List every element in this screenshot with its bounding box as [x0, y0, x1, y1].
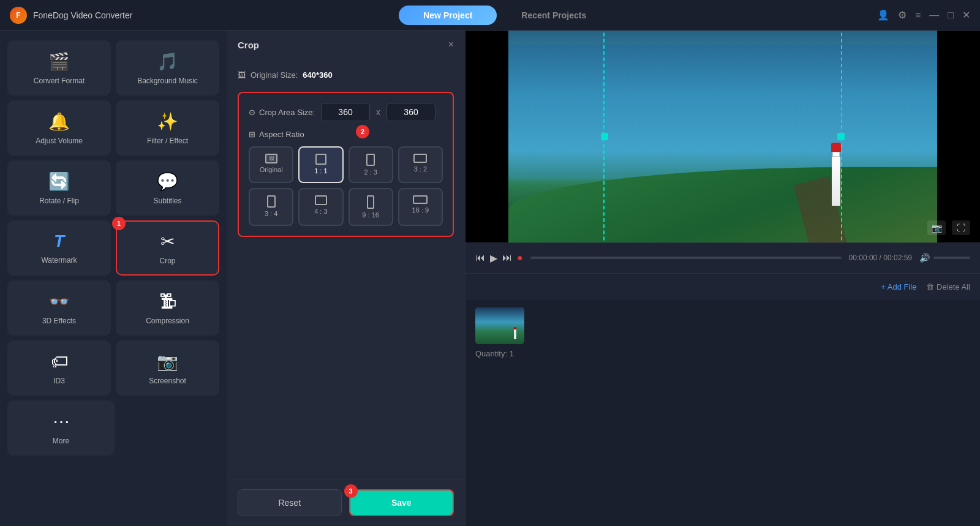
screenshot-preview-btn[interactable]: 📷 [927, 220, 946, 235]
rotate-flip-icon: 🔄 [48, 171, 70, 192]
filter-effect-label: Filter / Effect [147, 137, 188, 145]
volume-icon[interactable]: 🔊 [919, 253, 930, 263]
file-bar: + Add File 🗑 Delete All [466, 273, 980, 300]
aspect-btn-3-2[interactable]: 3 : 2 [398, 146, 443, 183]
sidebar: 🎬 Convert Format 🎵 Background Music 🔔 Ad… [0, 31, 227, 526]
more-label: More [53, 437, 69, 445]
crop-dialog-title: Crop [238, 40, 259, 50]
3d-effects-label: 3D Effects [42, 317, 76, 325]
crop-label: Crop [159, 257, 175, 265]
close-btn[interactable]: ✕ [962, 9, 970, 21]
crop-icon: ✂ [160, 231, 175, 252]
main-layout: 🎬 Convert Format 🎵 Background Music 🔔 Ad… [0, 31, 980, 526]
file-row [475, 307, 970, 344]
sidebar-item-watermark[interactable]: T Watermark [7, 220, 111, 276]
more-icon: ⋯ [53, 411, 70, 432]
file-list-area: Quantity: 1 [466, 300, 980, 527]
background-music-icon: 🎵 [157, 51, 178, 72]
crop-footer: Reset 3 Save [227, 479, 465, 526]
fullscreen-preview-btn[interactable]: ⛶ [952, 220, 970, 235]
aspect-btn-3-4[interactable]: 3 : 4 [249, 188, 293, 226]
crop-body: 🖼 Original Size: 640*360 ⊙ Crop Area Siz… [227, 59, 465, 479]
timeline-bar[interactable] [530, 257, 842, 259]
aspect-ratio-badge: 2 [356, 125, 369, 138]
watermark-icon: T [54, 231, 64, 251]
crop-area-row: ⊙ Crop Area Size: x [249, 103, 443, 121]
crop-area-box: ⊙ Crop Area Size: x ⊞ Aspect Ratio 2 [238, 92, 454, 237]
sidebar-item-3d-effects[interactable]: 👓 3D Effects [7, 280, 111, 336]
tab-recent-projects[interactable]: Recent Projects [497, 6, 611, 25]
crop-height-input[interactable] [386, 103, 435, 121]
app-logo: F [10, 7, 27, 24]
record-btn[interactable]: ● [517, 252, 523, 263]
crop-close-button[interactable]: × [448, 39, 454, 50]
adjust-volume-icon: 🔔 [48, 111, 70, 132]
aspect-btn-2-3[interactable]: 2 : 3 [349, 146, 393, 183]
sidebar-item-crop[interactable]: 1 ✂ Crop [116, 220, 219, 276]
aspect-btn-1-1[interactable]: 1 : 1 [298, 146, 343, 183]
screenshot-label: Screenshot [149, 377, 186, 385]
4-3-ar-icon [315, 195, 327, 205]
crop-area-icon: ⊙ [249, 108, 255, 117]
right-panel: ✓ 📷 ⛶ ⏮ ▶ ⏭ ● 00:00:00 / 00:02:59 [466, 31, 980, 526]
settings-icon[interactable]: ⚙ [898, 9, 907, 21]
delete-all-button[interactable]: 🗑 Delete All [926, 282, 970, 291]
aspect-btn-4-3[interactable]: 4 : 3 [298, 188, 343, 226]
id3-icon: 🏷 [51, 351, 68, 372]
titlebar-left: F FoneDog Video Converter [10, 7, 132, 24]
id3-label: ID3 [53, 377, 65, 385]
play-btn[interactable]: ▶ [490, 252, 497, 264]
compression-label: Compression [146, 317, 189, 325]
time-display: 00:00:00 / 00:02:59 [849, 254, 912, 262]
subtitles-label: Subtitles [153, 197, 181, 205]
aspect-ratio-title: ⊞ Aspect Ratio 2 [249, 130, 443, 139]
sidebar-item-rotate-flip[interactable]: 🔄 Rotate / Flip [7, 160, 111, 216]
sidebar-item-screenshot[interactable]: 📷 Screenshot [116, 340, 219, 396]
x-separator: x [376, 107, 380, 117]
skip-forward-btn[interactable]: ⏭ [502, 252, 512, 263]
crop-area-label: ⊙ Crop Area Size: [249, 108, 315, 117]
crop-header: Crop × [227, 31, 465, 59]
aspect-btn-9-16[interactable]: 9 : 16 [349, 188, 393, 226]
sidebar-item-adjust-volume[interactable]: 🔔 Adjust Volume [7, 100, 111, 156]
titlebar: F FoneDog Video Converter New Project Re… [0, 0, 980, 31]
add-file-button[interactable]: + Add File [881, 282, 916, 291]
play-controls: ⏮ ▶ ⏭ ● [475, 252, 523, 264]
sidebar-item-id3[interactable]: 🏷 ID3 [7, 340, 111, 396]
tab-new-project[interactable]: New Project [399, 6, 497, 25]
original-size-row: 🖼 Original Size: 640*360 [238, 70, 454, 80]
3d-effects-icon: 👓 [48, 291, 70, 312]
save-button[interactable]: 3 Save [349, 489, 454, 516]
screenshot-icon: 📷 [157, 351, 178, 372]
sidebar-item-compression[interactable]: 🗜 Compression [116, 280, 219, 336]
aspect-btn-original[interactable]: 🖼 Original [249, 146, 293, 183]
app-title: FoneDog Video Converter [33, 10, 132, 20]
1-1-ar-icon [315, 154, 326, 165]
maximize-btn[interactable]: □ [948, 10, 954, 21]
compression-icon: 🗜 [159, 291, 176, 312]
user-icon[interactable]: 👤 [877, 9, 889, 21]
adjust-volume-label: Adjust Volume [36, 137, 83, 145]
sidebar-item-background-music[interactable]: 🎵 Background Music [116, 40, 219, 96]
menu-icon[interactable]: ≡ [915, 10, 921, 21]
file-thumbnail[interactable] [475, 307, 524, 344]
convert-format-label: Convert Format [34, 77, 85, 85]
volume-slider[interactable] [933, 257, 970, 259]
crop-width-input[interactable] [321, 103, 370, 121]
2-3-ar-icon [366, 154, 375, 166]
sidebar-item-subtitles[interactable]: 💬 Subtitles [116, 160, 219, 216]
sidebar-item-filter-effect[interactable]: ✨ Filter / Effect [116, 100, 219, 156]
titlebar-tabs: New Project Recent Projects [399, 6, 611, 25]
image-icon: 🖼 [238, 70, 246, 80]
minimize-btn[interactable]: — [929, 10, 939, 21]
background-music-label: Background Music [137, 77, 198, 85]
sidebar-item-more[interactable]: ⋯ More [7, 400, 115, 456]
aspect-ratio-grid: 🖼 Original 1 : 1 2 : 3 [249, 146, 443, 226]
aspect-ratio-section: ⊞ Aspect Ratio 2 🖼 Original 1 : 1 [249, 130, 443, 226]
reset-button[interactable]: Reset [238, 489, 342, 516]
skip-back-btn[interactable]: ⏮ [475, 252, 485, 263]
sidebar-item-convert-format[interactable]: 🎬 Convert Format [7, 40, 111, 96]
aspect-btn-16-9[interactable]: 16 : 9 [398, 188, 443, 226]
save-badge: 3 [344, 484, 358, 498]
original-size-value: 640*360 [303, 70, 332, 80]
